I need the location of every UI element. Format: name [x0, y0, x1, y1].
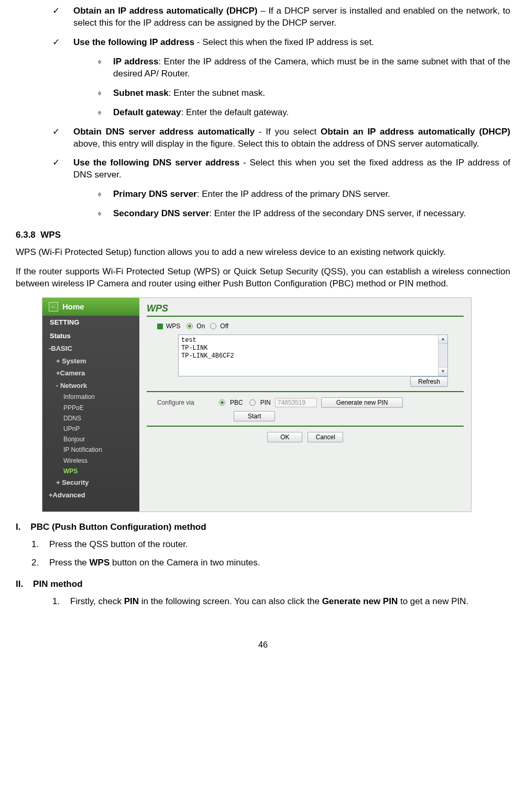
scrollbar[interactable]: ▲ ▼ [438, 335, 447, 376]
network-item-2[interactable]: TP-LINK_4B6CF2 [181, 352, 445, 360]
radio-off-label: Off [220, 322, 228, 330]
scroll-down-icon[interactable]: ▼ [439, 367, 447, 376]
pbc-steps: 1.Press the QSS button of the router. 2.… [16, 539, 510, 569]
sidebar-ipnotification[interactable]: IP Notification [42, 444, 139, 455]
wps-on-off-row: WPS On Off [147, 322, 464, 330]
check-list: Obtain an IP address automatically (DHCP… [16, 5, 510, 220]
bullet-dhcp: Obtain an IP address automatically (DHCP… [52, 5, 510, 29]
sidebar-system[interactable]: + System [42, 355, 139, 368]
sidebar-advanced[interactable]: +Advanced [42, 489, 139, 502]
radio-pin-label: PIN [260, 398, 271, 407]
pbc-heading: I. PBC (Push Button Configuration) metho… [16, 521, 510, 533]
diamond-list-ip: IP address: Enter the IP address of the … [73, 56, 510, 119]
bullet-pdns: Primary DNS server: Enter the IP address… [97, 188, 510, 201]
wps-screenshot: ← Home SETTING Status -BASIC + System +C… [42, 297, 472, 512]
pin-input[interactable] [275, 398, 317, 407]
pbc-step-1: 1.Press the QSS button of the router. [31, 539, 510, 551]
radio-wps-off[interactable] [210, 323, 216, 329]
sidebar-wps[interactable]: WPS [42, 466, 139, 476]
sidebar-wireless[interactable]: Wireless [42, 455, 139, 466]
scroll-up-icon[interactable]: ▲ [439, 335, 447, 344]
network-item-0[interactable]: test [181, 337, 445, 344]
radio-pin[interactable] [249, 399, 256, 406]
sidebar-basic[interactable]: -BASIC [42, 342, 139, 355]
bullet-fixedip: Use the following IP address - Select th… [52, 37, 510, 119]
divider [147, 391, 464, 392]
pbc-heading-num: I. [16, 522, 20, 532]
divider-2 [147, 426, 464, 427]
sidebar-upnp[interactable]: UPnP [42, 424, 139, 434]
section-marker-icon [157, 324, 163, 329]
pin-heading-text: PIN method [33, 579, 82, 589]
sidebar-pppoe[interactable]: PPPoE [42, 403, 139, 413]
home-button[interactable]: ← Home [42, 298, 139, 316]
sidebar-ddns[interactable]: DDNS [42, 413, 139, 424]
radio-pbc-label: PBC [230, 398, 243, 407]
page-number: 46 [16, 639, 510, 651]
section-title: WPS [40, 230, 61, 240]
network-item-1[interactable]: TP-LINK [181, 344, 445, 352]
network-list[interactable]: test TP-LINK TP-LINK_4B6CF2 ▲ ▼ [178, 335, 448, 376]
ok-button[interactable]: OK [267, 432, 302, 442]
wps-para-2: If the router supports Wi-Fi Protected S… [16, 266, 510, 290]
bullet-sdns: Secondary DNS server: Enter the IP addre… [97, 208, 510, 220]
wps-para-1: WPS (Wi-Fi Protected Setup) function all… [16, 247, 510, 259]
sidebar-information[interactable]: Information [42, 392, 139, 402]
sidebar-bonjour[interactable]: Bonjour [42, 434, 139, 444]
section-heading: 6.3.8 WPS [16, 229, 510, 241]
bullet-dnsfixed: Use the following DNS server address - S… [52, 157, 510, 220]
home-label: Home [62, 302, 84, 312]
sidebar-status[interactable]: Status [42, 329, 139, 343]
bullet-ipaddr: IP address: Enter the IP address of the … [97, 56, 510, 80]
refresh-button[interactable]: Refresh [410, 376, 448, 387]
bullet-fixedip-label: Use the following IP address [73, 37, 194, 47]
bullet-fixedip-text: - Select this when the fixed IP address … [194, 37, 374, 47]
sidebar-network[interactable]: - Network [42, 380, 139, 392]
pbc-heading-text: PBC (Push Button Configuration) method [30, 522, 206, 532]
bullet-gateway: Default gateway: Enter the default gatew… [97, 107, 510, 119]
pbc-step-2: 2.Press the WPS button on the Camera in … [31, 557, 510, 569]
wps-main-panel: WPS WPS On Off test TP-LINK TP-LINK_4B6C… [139, 298, 471, 511]
radio-wps-on[interactable] [187, 323, 193, 329]
configure-via-row: Configure via PBC PIN Generate new PIN [147, 397, 464, 408]
back-arrow-icon: ← [49, 302, 58, 312]
sidebar-setting: SETTING [42, 316, 139, 329]
generate-pin-button[interactable]: Generate new PIN [321, 397, 403, 408]
cancel-button[interactable]: Cancel [308, 432, 343, 442]
pin-step-1: 1.Firstly, check PIN in the following sc… [52, 596, 510, 608]
pin-steps: 1.Firstly, check PIN in the following sc… [16, 596, 510, 608]
wps-sidebar: ← Home SETTING Status -BASIC + System +C… [42, 298, 139, 511]
bullet-dhcp-label: Obtain an IP address automatically (DHCP… [73, 6, 257, 16]
pin-heading-num: II. [16, 579, 23, 589]
section-number: 6.3.8 [16, 230, 36, 240]
bullet-dnsauto: Obtain DNS server address automatically … [52, 126, 510, 150]
radio-on-label: On [196, 322, 205, 330]
radio-pbc[interactable] [219, 399, 225, 406]
sidebar-camera[interactable]: +Camera [42, 367, 139, 380]
diamond-list-dns: Primary DNS server: Enter the IP address… [73, 188, 510, 220]
wps-label: WPS [166, 322, 180, 330]
pin-heading: II. PIN method [16, 579, 510, 591]
sidebar-security[interactable]: + Security [42, 476, 139, 489]
bullet-subnet: Subnet mask: Enter the subnet mask. [97, 87, 510, 99]
start-button[interactable]: Start [234, 411, 275, 421]
configure-via-label: Configure via [157, 398, 215, 407]
wps-panel-title: WPS [147, 302, 464, 317]
